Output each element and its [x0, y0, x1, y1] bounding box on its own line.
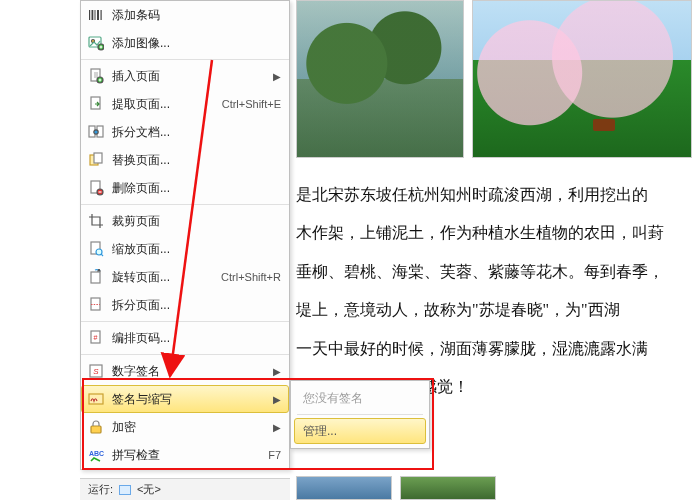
- menu-item[interactable]: 添加条码: [81, 1, 289, 29]
- menu-item-label: 替换页面...: [112, 152, 281, 169]
- submenu-sign-initials[interactable]: 您没有签名 管理...: [290, 380, 430, 449]
- svg-rect-2: [95, 10, 96, 20]
- context-menu[interactable]: 添加条码添加图像...插入页面▶提取页面...Ctrl+Shift+E拆分文档.…: [80, 0, 290, 470]
- encrypt-icon: [87, 418, 105, 436]
- submenu-label: 管理...: [303, 423, 337, 440]
- landscape-photo-4: [400, 476, 496, 500]
- menu-item-label: 拼写检查: [112, 447, 264, 464]
- menu-item[interactable]: 拆分文档...: [81, 118, 289, 146]
- text-line: 是北宋苏东坡任杭州知州时疏浚西湖，利用挖出的: [296, 176, 680, 214]
- submenu-separator: [297, 414, 423, 415]
- menu-item-label: 拆分文档...: [112, 124, 281, 141]
- menu-separator: [81, 354, 289, 355]
- document-text: 是北宋苏东坡任杭州知州时疏浚西湖，利用挖出的 木作架，上铺泥土，作为种植水生植物…: [296, 176, 680, 406]
- digital-sign-icon: S: [87, 362, 105, 380]
- text-line: 堤上，意境动人，故称为"苏堤春晓"，为"西湖: [296, 291, 680, 329]
- layout-icon[interactable]: [119, 485, 131, 495]
- menu-item[interactable]: 插入页面▶: [81, 62, 289, 90]
- rotate-icon: [87, 268, 105, 286]
- menu-item-shortcut: Ctrl+Shift+R: [221, 271, 281, 283]
- menu-separator: [81, 59, 289, 60]
- chevron-right-icon: ▶: [271, 422, 281, 433]
- svg-rect-1: [92, 10, 94, 20]
- chevron-right-icon: ▶: [271, 366, 281, 377]
- crop-icon: [87, 212, 105, 230]
- menu-item-label: 加密: [112, 419, 271, 436]
- menu-item[interactable]: 添加图像...: [81, 29, 289, 57]
- submenu-manage[interactable]: 管理...: [294, 418, 426, 444]
- number-pages-icon: #: [87, 329, 105, 347]
- zoom-page-icon: [87, 240, 105, 258]
- svg-rect-0: [89, 10, 90, 20]
- svg-text:ABC: ABC: [89, 450, 104, 457]
- photo-row: [296, 0, 692, 158]
- status-bar: 运行: <无>: [80, 478, 290, 500]
- menu-item[interactable]: 拆分页面...: [81, 291, 289, 319]
- menu-item-label: 数字签名: [112, 363, 271, 380]
- svg-point-19: [96, 249, 102, 255]
- menu-item[interactable]: 加密▶: [81, 413, 289, 441]
- text-line: 垂柳、碧桃、海棠、芙蓉、紫藤等花木。每到春季，: [296, 253, 680, 291]
- svg-rect-15: [94, 153, 102, 163]
- svg-rect-3: [97, 10, 99, 20]
- status-run-value: <无>: [137, 482, 161, 497]
- submenu-label: 您没有签名: [303, 390, 363, 407]
- menu-item-label: 删除页面...: [112, 180, 281, 197]
- page-extract-icon: [87, 95, 105, 113]
- menu-item[interactable]: ABC拼写检查F7: [81, 441, 289, 469]
- menu-item[interactable]: #编排页码...: [81, 324, 289, 352]
- landscape-photo-1: [296, 0, 464, 158]
- svg-rect-4: [101, 10, 102, 20]
- image-add-icon: [87, 34, 105, 52]
- svg-rect-27: [91, 426, 101, 433]
- submenu-no-signature: 您没有签名: [291, 385, 429, 411]
- menu-item[interactable]: 删除页面...: [81, 174, 289, 202]
- menu-item-label: 添加图像...: [112, 35, 281, 52]
- split-page-icon: [87, 296, 105, 314]
- menu-item-label: 旋转页面...: [112, 269, 217, 286]
- landscape-photo-2: [472, 0, 692, 158]
- menu-item[interactable]: 旋转页面...Ctrl+Shift+R: [81, 263, 289, 291]
- menu-item-shortcut: Ctrl+Shift+E: [222, 98, 281, 110]
- svg-point-13: [94, 130, 98, 134]
- menu-separator: [81, 321, 289, 322]
- svg-rect-20: [91, 272, 100, 283]
- menu-item[interactable]: 裁剪页面: [81, 207, 289, 235]
- chevron-right-icon: ▶: [271, 71, 281, 82]
- menu-item[interactable]: S数字签名▶: [81, 357, 289, 385]
- sign-initials-icon: [87, 390, 105, 408]
- menu-item[interactable]: 提取页面...Ctrl+Shift+E: [81, 90, 289, 118]
- barcode-icon: [87, 6, 105, 24]
- svg-text:S: S: [93, 367, 99, 376]
- text-line: 一天中最好的时候，湖面薄雾朦胧，湿漉漉露水满: [296, 330, 680, 368]
- menu-separator: [81, 204, 289, 205]
- menu-item-label: 裁剪页面: [112, 213, 281, 230]
- doc-split-icon: [87, 123, 105, 141]
- chevron-right-icon: ▶: [271, 394, 281, 405]
- text-line: 木作架，上铺泥土，作为种植水生植物的农田，叫葑: [296, 214, 680, 252]
- menu-item-shortcut: F7: [268, 449, 281, 461]
- status-run-label: 运行:: [88, 482, 113, 497]
- photo-row-bottom: [296, 476, 496, 500]
- menu-item-label: 提取页面...: [112, 96, 218, 113]
- spellcheck-icon: ABC: [87, 446, 105, 464]
- page-insert-icon: [87, 67, 105, 85]
- menu-item[interactable]: 替换页面...: [81, 146, 289, 174]
- page-replace-icon: [87, 151, 105, 169]
- menu-item-label: 签名与缩写: [112, 391, 271, 408]
- menu-item-label: 添加条码: [112, 7, 281, 24]
- menu-item-label: 缩放页面...: [112, 241, 281, 258]
- svg-text:#: #: [94, 334, 98, 341]
- menu-item[interactable]: 缩放页面...: [81, 235, 289, 263]
- menu-item-label: 插入页面: [112, 68, 271, 85]
- menu-item-label: 编排页码...: [112, 330, 281, 347]
- page-delete-icon: [87, 179, 105, 197]
- menu-item[interactable]: 签名与缩写▶: [81, 385, 289, 413]
- menu-item-label: 拆分页面...: [112, 297, 281, 314]
- landscape-photo-3: [296, 476, 392, 500]
